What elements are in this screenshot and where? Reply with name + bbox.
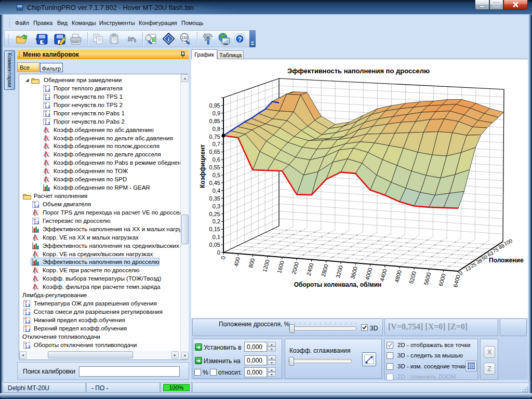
svg-text:4400: 4400 bbox=[379, 268, 388, 282]
svg-text:0,95: 0,95 bbox=[209, 102, 220, 109]
svg-text:1.2: 1.2 bbox=[34, 220, 39, 225]
svg-text:Коэффициент: Коэффициент bbox=[199, 144, 206, 188]
svg-text:0,2: 0,2 bbox=[212, 218, 220, 224]
svg-text:1.2: 1.2 bbox=[25, 311, 30, 316]
svg-text:1.2: 1.2 bbox=[45, 104, 50, 109]
svg-text:0,8: 0,8 bbox=[212, 126, 220, 132]
svg-text:400: 400 bbox=[233, 257, 241, 268]
svg-text:1.2: 1.2 bbox=[25, 303, 30, 308]
svg-text:0: 0 bbox=[220, 255, 227, 260]
svg-text:110: 110 bbox=[181, 35, 188, 40]
svg-text:1.2: 1.2 bbox=[45, 113, 50, 117]
svg-text:0,35: 0,35 bbox=[209, 195, 220, 202]
svg-text:0,05: 0,05 bbox=[209, 242, 220, 248]
svg-text:5600: 5600 bbox=[423, 272, 432, 286]
svg-text:1.2: 1.2 bbox=[34, 204, 39, 208]
svg-text:Эффективность наполнения по др: Эффективность наполнения по дросселю bbox=[287, 67, 430, 75]
svg-text:0,85: 0,85 bbox=[209, 118, 220, 124]
svg-text:0,15: 0,15 bbox=[209, 226, 220, 232]
svg-text:?: ? bbox=[238, 36, 242, 43]
svg-text:1200: 1200 bbox=[261, 259, 271, 273]
svg-text:2000: 2000 bbox=[290, 261, 300, 275]
svg-text:0,25: 0,25 bbox=[209, 211, 220, 217]
svg-text:1.2: 1.2 bbox=[25, 320, 30, 324]
svg-text:4800: 4800 bbox=[393, 269, 403, 283]
svg-text:1.2: 1.2 bbox=[45, 88, 50, 92]
svg-text:2400: 2400 bbox=[305, 262, 315, 276]
svg-text:0,55: 0,55 bbox=[209, 164, 220, 170]
svg-text:1.2: 1.2 bbox=[25, 328, 30, 332]
svg-text:1600: 1600 bbox=[276, 260, 285, 274]
svg-text:0,45: 0,45 bbox=[209, 180, 220, 186]
svg-text:0,65: 0,65 bbox=[209, 149, 220, 155]
svg-text:Обороты коленвала, об/мин: Обороты коленвала, об/мин bbox=[294, 281, 382, 288]
svg-text:0: 0 bbox=[217, 249, 220, 256]
svg-text:Положение: Положение bbox=[489, 257, 524, 264]
svg-text:0,3: 0,3 bbox=[212, 203, 220, 209]
svg-text:5200: 5200 bbox=[408, 271, 417, 285]
svg-text:6400: 6400 bbox=[452, 274, 461, 288]
svg-text:800: 800 bbox=[247, 258, 256, 269]
svg-text:4000: 4000 bbox=[364, 267, 374, 281]
svg-text:0,7: 0,7 bbox=[212, 141, 220, 147]
svg-text:2800: 2800 bbox=[320, 263, 329, 277]
svg-text:1.2: 1.2 bbox=[25, 344, 30, 349]
svg-text:0,5: 0,5 bbox=[212, 172, 220, 178]
svg-text:100: 100 bbox=[503, 238, 513, 247]
svg-text:1.2: 1.2 bbox=[45, 121, 50, 126]
svg-text:i: i bbox=[168, 36, 169, 42]
svg-text:1.2: 1.2 bbox=[45, 96, 50, 101]
svg-text:6000: 6000 bbox=[437, 273, 447, 287]
svg-text:3200: 3200 bbox=[335, 264, 344, 278]
svg-text:0,75: 0,75 bbox=[209, 134, 220, 140]
svg-text:0,9: 0,9 bbox=[212, 110, 220, 116]
svg-text:0,6: 0,6 bbox=[212, 156, 220, 163]
svg-text:3600: 3600 bbox=[349, 266, 358, 280]
svg-text:0,1: 0,1 bbox=[212, 234, 220, 240]
svg-text:0,4: 0,4 bbox=[212, 188, 220, 194]
